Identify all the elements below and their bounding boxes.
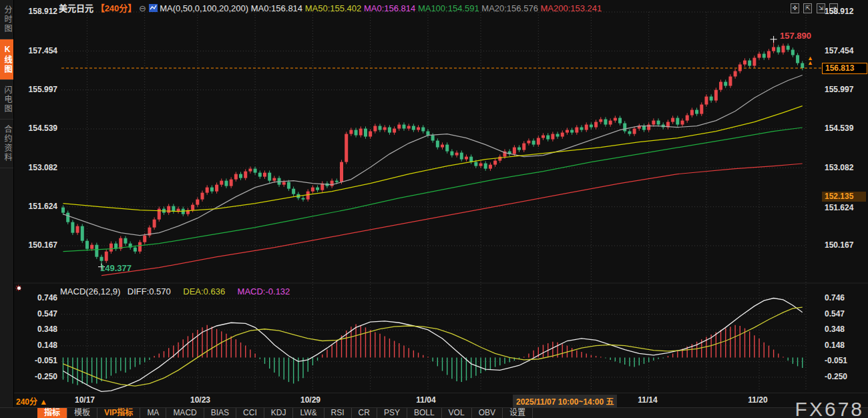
macd-tick-left: -0.051 — [13, 356, 57, 365]
chart-header: 美元日元 【240分】 ⊖ MA(0,50,0,100,20,200) MA0:… — [59, 1, 602, 14]
macd-tick-left: -0.250 — [13, 372, 57, 381]
tab-rsi[interactable]: RSI — [324, 408, 352, 418]
indicator-toolbar: 指标 模板 VIP指标 MA MACD BIAS CCI KDJ LW& RSI… — [0, 407, 868, 418]
price-tick-left: 155.997 — [13, 85, 57, 94]
price-tick-left: 153.082 — [13, 163, 57, 172]
macd-tick-left: 0.547 — [13, 309, 57, 319]
sidebar-item-lightning[interactable]: 闪电图 — [0, 80, 13, 120]
ma0b-value: MA0:156.814 — [364, 3, 415, 13]
price-tick-right: 153.082 — [825, 163, 868, 172]
sidebar-item-timechart[interactable]: 分时图 — [0, 0, 13, 39]
tab-vol[interactable]: VOL — [442, 408, 472, 418]
date-tick: 11/04 — [416, 395, 435, 405]
tab-template[interactable]: 模板 — [67, 408, 97, 418]
tab-bias[interactable]: BIAS — [204, 408, 236, 418]
price-tick-right: 158.912 — [825, 7, 868, 16]
macd-tick-left: 0.746 — [13, 293, 57, 302]
move-tool-icon[interactable]: ✜ — [791, 3, 799, 13]
high-price-label: 157.890 — [780, 31, 811, 41]
indicator-settings-icon[interactable]: ✳ — [15, 284, 24, 294]
price-tick-left: 151.624 — [13, 202, 57, 211]
secondary-price-box: 152.135 — [822, 192, 866, 202]
date-tick: 10/23 — [190, 395, 210, 405]
macd-diff-value: DIFF:0.570 — [128, 286, 171, 296]
macd-tick-right: 0.746 — [825, 293, 868, 302]
tab-lwr[interactable]: LW& — [293, 408, 324, 418]
time-axis: 240分 ▲ 10/17 10/23 10/29 11/04 2025/11/0… — [13, 393, 868, 408]
price-tick-left: 158.912 — [13, 7, 57, 16]
date-tick: 11/20 — [748, 395, 767, 405]
ma20-value: MA20:156.576 — [481, 3, 538, 13]
period-badge[interactable]: 【240分】 — [96, 3, 137, 13]
price-tick-right: 150.167 — [825, 240, 868, 250]
macd-tick-right: 0.148 — [825, 341, 868, 350]
fx678-watermark: FX678 — [795, 398, 864, 418]
macd-tick-left: 0.148 — [13, 341, 57, 350]
date-tick: 10/17 — [75, 395, 95, 405]
date-tick: 11/14 — [638, 395, 657, 405]
macd-tick-right: -0.051 — [825, 356, 868, 365]
collapse-icon[interactable]: ⊖ — [139, 3, 146, 13]
ma100-value: MA100:154.591 — [418, 3, 479, 13]
tab-obv[interactable]: OBV — [472, 408, 503, 418]
price-tick-left: 157.454 — [13, 46, 57, 55]
sidebar-item-contract-info[interactable]: 合约资料 — [0, 120, 13, 168]
selected-bar-datetime: 2025/11/07 10:00~14:00 五 — [513, 395, 617, 407]
ma-indicator-icon[interactable] — [149, 4, 158, 12]
low-price-label: 149.377 — [100, 263, 132, 273]
macd-tick-right: -0.250 — [825, 372, 868, 381]
chart-canvas[interactable] — [0, 0, 868, 418]
price-tick-right: 154.539 — [825, 124, 868, 133]
tab-boll[interactable]: BOLL — [407, 408, 442, 418]
ma-formula: MA(0,50,0,100,20,200) — [160, 3, 248, 13]
price-tick-right: 157.454 — [825, 46, 868, 55]
macd-dea-value: DEA:0.636 — [183, 286, 225, 296]
tab-cr[interactable]: CR — [352, 408, 377, 418]
price-tick-left: 154.539 — [13, 124, 57, 133]
period-selector[interactable]: 240分 ▲ — [16, 395, 47, 407]
macd-tick-left: 0.348 — [13, 325, 57, 334]
current-price-box[interactable]: 156.813 — [822, 63, 867, 74]
tab-vip-indicator[interactable]: VIP指标 — [97, 408, 140, 418]
trading-app: 分时图 K线图 闪电图 合约资料 美元日元 【240分】 ⊖ MA(0,50,0… — [0, 0, 868, 418]
ma0-value: MA0:156.814 — [251, 3, 302, 13]
ma200-value: MA200:153.241 — [541, 3, 602, 13]
tab-cci[interactable]: CCI — [236, 408, 264, 418]
price-tick-left: 150.167 — [13, 240, 57, 250]
tab-macd[interactable]: MACD — [166, 408, 204, 418]
macd-tick-right: 0.348 — [825, 325, 868, 334]
symbol-title: 美元日元 — [59, 3, 93, 13]
tab-indicator[interactable]: 指标 — [37, 408, 67, 418]
left-sidebar: 分时图 K线图 闪电图 合约资料 — [0, 0, 14, 418]
price-up-arrow-icon: ▲▲ — [807, 56, 813, 65]
scale-y-axis-icon[interactable]: ⇱ — [803, 3, 812, 13]
tab-settings[interactable]: 设置 — [503, 408, 533, 418]
date-tick: 10/29 — [300, 395, 320, 405]
sidebar-item-kline[interactable]: K线图 — [0, 39, 13, 80]
price-tick-right: 151.624 — [825, 203, 868, 212]
tab-ma[interactable]: MA — [140, 408, 166, 418]
tab-kdj[interactable]: KDJ — [264, 408, 294, 418]
macd-title: MACD(26,12,9) — [60, 286, 120, 296]
macd-header: MACD(26,12,9) DIFF:0.570 DEA:0.636 MACD:… — [60, 285, 299, 297]
tab-psy[interactable]: PSY — [377, 408, 407, 418]
macd-tick-right: 0.547 — [825, 309, 868, 319]
scale-x-axis-icon[interactable]: ⇲ — [817, 3, 825, 13]
ma50-value: MA50:155.402 — [305, 3, 362, 13]
macd-value: MACD:-0.132 — [238, 286, 290, 296]
price-tick-right: 155.997 — [825, 85, 868, 94]
